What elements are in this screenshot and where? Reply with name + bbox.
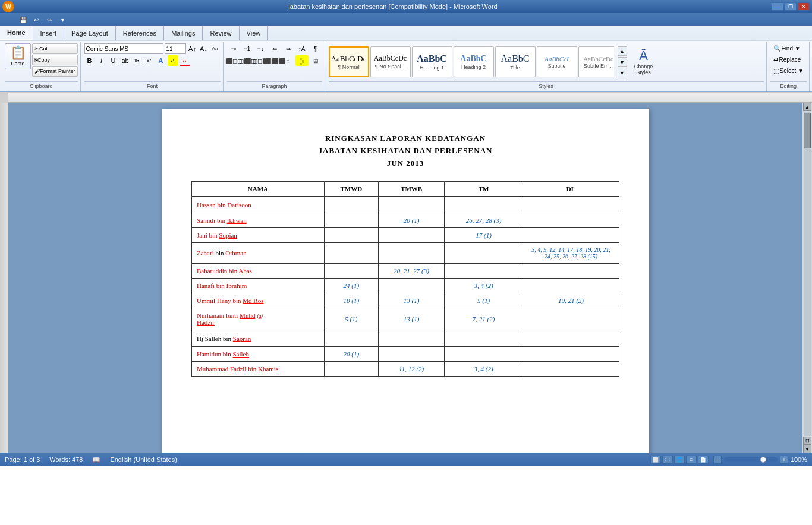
sort-button[interactable]: ↕A bbox=[295, 43, 309, 54]
tab-home[interactable]: Home bbox=[0, 26, 33, 40]
para-row1: ≡• ≡1 ≡↓ ⇐ ⇒ ↕A ¶ bbox=[227, 43, 322, 54]
align-center[interactable]: ◻⬛◻ bbox=[241, 55, 254, 66]
tm-cell bbox=[445, 330, 523, 347]
tm-cell bbox=[445, 347, 523, 362]
title-bar-left: W bbox=[2, 1, 14, 12]
zoom-level[interactable]: 100% bbox=[791, 456, 807, 463]
align-left[interactable]: ⬛◻◻ bbox=[227, 55, 240, 66]
style-subtle-em-preview: AaBbCcDc bbox=[583, 55, 613, 62]
styles-scroll-down[interactable]: ▼ bbox=[618, 57, 627, 67]
table-row: Hj Salleh bin Sapran bbox=[192, 330, 619, 347]
underline-button[interactable]: U bbox=[108, 55, 119, 66]
strikethrough-button[interactable]: ab bbox=[120, 55, 131, 66]
vertical-ruler bbox=[0, 103, 8, 453]
styles-scroll-up[interactable]: ▲ bbox=[618, 46, 627, 56]
table-row: Zahari bin Othman 3, 4, 5, 12, 14, 17, 1… bbox=[192, 243, 619, 264]
highlight-button[interactable]: A bbox=[168, 55, 178, 66]
style-no-spacing-preview: AaBbCcDc bbox=[374, 54, 407, 63]
decrease-indent[interactable]: ⇐ bbox=[268, 43, 281, 54]
italic-button[interactable]: I bbox=[96, 55, 107, 66]
restore-button[interactable]: ❐ bbox=[785, 2, 797, 11]
justify[interactable]: ⬛⬛⬛ bbox=[268, 55, 281, 66]
subscript-button[interactable]: x₂ bbox=[132, 55, 143, 66]
vertical-scrollbar[interactable]: ▲ ⊡ ▼ bbox=[802, 103, 812, 453]
title-bar-title: jabatan kesihatan dan perlesenan [Compat… bbox=[14, 3, 772, 10]
full-screen-btn[interactable]: ⛶ bbox=[662, 456, 673, 464]
increase-indent[interactable]: ⇒ bbox=[282, 43, 295, 54]
tab-references[interactable]: References bbox=[116, 26, 164, 40]
style-heading1[interactable]: AaBbC Heading 1 bbox=[412, 46, 452, 77]
replace-icon: ⇄ bbox=[773, 56, 778, 63]
cut-button[interactable]: ✂ Cut bbox=[32, 43, 78, 54]
tab-insert[interactable]: Insert bbox=[33, 26, 65, 40]
styles-more[interactable]: ▾ bbox=[618, 68, 627, 77]
border-button[interactable]: ⊞ bbox=[309, 55, 322, 66]
font-name-select[interactable] bbox=[84, 43, 163, 54]
save-quick-btn[interactable]: 💾 bbox=[18, 14, 29, 25]
format-painter-button[interactable]: 🖌 Format Painter bbox=[32, 66, 78, 77]
style-subtle-em[interactable]: AaBbCcDc Subtle Em... bbox=[578, 46, 614, 77]
find-button[interactable]: 🔍 Find ▼ bbox=[770, 43, 807, 53]
bold-button[interactable]: B bbox=[84, 55, 95, 66]
tab-review[interactable]: Review bbox=[203, 26, 239, 40]
shading-button[interactable]: ░ bbox=[295, 55, 309, 66]
text-effects-button[interactable]: A bbox=[156, 55, 166, 66]
tmwd-cell bbox=[324, 330, 378, 347]
name-cell: Jani bin Supian bbox=[192, 228, 325, 243]
scroll-down-button[interactable]: ▼ bbox=[803, 445, 811, 453]
tab-view[interactable]: View bbox=[240, 26, 269, 40]
zoom-slider[interactable] bbox=[724, 457, 778, 462]
outline-btn[interactable]: ≡ bbox=[686, 456, 697, 464]
paste-label: Paste bbox=[11, 61, 24, 67]
style-title[interactable]: AaBbC Title bbox=[495, 46, 536, 77]
font-size-select[interactable] bbox=[165, 43, 186, 54]
tab-mailings[interactable]: Mailings bbox=[164, 26, 203, 40]
copy-button[interactable]: ⎘ Copy bbox=[32, 55, 78, 65]
replace-button[interactable]: ⇄ Replace bbox=[770, 55, 807, 65]
line-spacing[interactable]: ↕ bbox=[282, 55, 295, 66]
document-area[interactable]: RINGKASAN LAPORAN KEDATANGAN JABATAN KES… bbox=[8, 103, 802, 453]
style-subtitle-label: Subtitle bbox=[548, 63, 566, 69]
superscript-button[interactable]: x² bbox=[144, 55, 155, 66]
style-no-spacing[interactable]: AaBbCcDc ¶ No Spaci... bbox=[370, 46, 411, 77]
draft-btn[interactable]: 📄 bbox=[698, 456, 709, 464]
dl-cell bbox=[523, 228, 619, 243]
style-title-preview: AaBbC bbox=[501, 53, 530, 64]
minimize-button[interactable]: — bbox=[772, 2, 783, 11]
paste-button[interactable]: 📋 Paste bbox=[5, 43, 31, 69]
zoom-slider-thumb[interactable] bbox=[760, 457, 766, 463]
print-layout-btn[interactable]: ⬜ bbox=[650, 456, 661, 464]
style-heading2[interactable]: AaBbC Heading 2 bbox=[454, 46, 494, 77]
scroll-up-button[interactable]: ▲ bbox=[803, 103, 811, 111]
col-tmwb: TMWB bbox=[378, 182, 444, 197]
qa-dropdown[interactable]: ▾ bbox=[57, 14, 68, 25]
clear-format-btn[interactable]: Aa bbox=[210, 43, 221, 54]
undo-quick-btn[interactable]: ↩ bbox=[31, 14, 42, 25]
show-formatting[interactable]: ¶ bbox=[309, 43, 322, 54]
style-normal[interactable]: AaBbCcDc ¶ Normal bbox=[329, 46, 369, 77]
numbering-button[interactable]: ≡1 bbox=[241, 43, 254, 54]
scroll-thumb[interactable] bbox=[804, 113, 811, 148]
styles-scroll-arrows: ▲ ▼ ▾ bbox=[618, 46, 627, 77]
language-info[interactable]: English (United States) bbox=[110, 456, 177, 463]
close-button[interactable]: ✕ bbox=[798, 2, 810, 11]
zoom-in-btn[interactable]: + bbox=[780, 456, 788, 464]
change-styles-button[interactable]: Ā Change Styles bbox=[628, 46, 659, 77]
zoom-out-btn[interactable]: − bbox=[713, 456, 722, 464]
scroll-track[interactable] bbox=[804, 112, 811, 436]
bullets-button[interactable]: ≡• bbox=[227, 43, 240, 54]
para-buttons: ≡• ≡1 ≡↓ ⇐ ⇒ ↕A ¶ ⬛◻◻ ◻⬛◻ ◻◻⬛ ⬛⬛⬛ ↕ bbox=[227, 43, 322, 66]
font-size-increase[interactable]: A↑ bbox=[187, 43, 198, 54]
spelling-icon: 📖 bbox=[92, 456, 100, 464]
select-button[interactable]: ⬚ Select ▼ bbox=[770, 66, 807, 76]
font-color-button[interactable]: A bbox=[180, 55, 190, 66]
redo-quick-btn[interactable]: ↪ bbox=[44, 14, 55, 25]
col-tm: TM bbox=[445, 182, 523, 197]
web-layout-btn[interactable]: 🌐 bbox=[674, 456, 685, 464]
style-subtitle[interactable]: AaBbCcI Subtitle bbox=[537, 46, 577, 77]
multilevel-button[interactable]: ≡↓ bbox=[254, 43, 267, 54]
resize-corner[interactable]: ⊡ bbox=[803, 437, 811, 445]
tab-page-layout[interactable]: Page Layout bbox=[64, 26, 116, 40]
col-nama: NAMA bbox=[192, 182, 325, 197]
font-size-decrease[interactable]: A↓ bbox=[199, 43, 209, 54]
